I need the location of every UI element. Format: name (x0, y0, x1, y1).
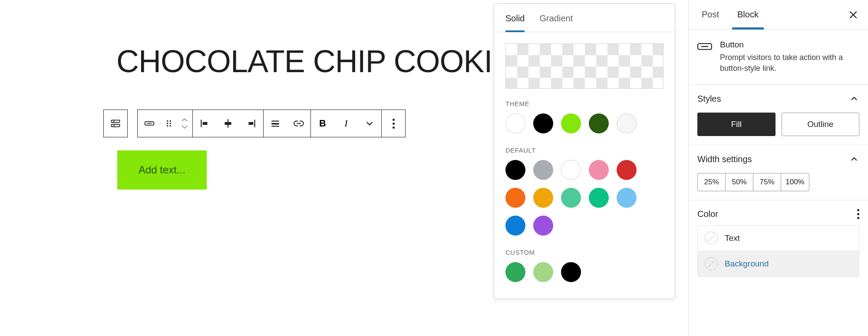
styles-title: Styles (697, 94, 721, 104)
close-sidebar-button[interactable] (846, 8, 860, 22)
background-color-swatch (705, 257, 718, 270)
link-button[interactable] (287, 110, 310, 137)
block-toolbar: B I (103, 110, 406, 137)
color-row-background[interactable]: Background (698, 251, 859, 276)
color-section-header[interactable]: Color (697, 209, 859, 219)
svg-rect-18 (271, 121, 279, 122)
align-right-button[interactable] (240, 110, 263, 137)
color-swatch-theme-4[interactable] (617, 113, 637, 133)
color-swatch-default-8[interactable] (589, 188, 609, 208)
chevron-up-icon (849, 93, 859, 104)
chevron-up-icon (849, 154, 859, 164)
color-section: Color Text Background (689, 200, 868, 286)
color-swatch-theme-1[interactable] (533, 113, 553, 133)
width-option-50[interactable]: 50% (726, 173, 753, 191)
sidebar-tabs: Post Block (689, 0, 868, 30)
svg-rect-1 (111, 124, 120, 126)
background-color-label: Background (725, 259, 769, 269)
tab-block[interactable]: Block (732, 0, 764, 30)
color-swatch-default-4[interactable] (617, 160, 637, 180)
settings-sidebar: Post Block Button Prompt visitors to tak… (688, 0, 868, 336)
color-row-text[interactable]: Text (698, 226, 859, 251)
color-swatch-default-9[interactable] (617, 188, 637, 208)
width-section: Width settings 25%50%75%100% (689, 145, 868, 200)
block-type-button[interactable] (138, 110, 161, 137)
kebab-icon[interactable] (857, 209, 859, 219)
current-color-preview[interactable] (505, 43, 663, 89)
styles-section-header[interactable]: Styles (697, 93, 859, 104)
svg-rect-19 (271, 123, 279, 125)
more-options-button[interactable] (382, 110, 405, 137)
move-up-down[interactable] (177, 110, 192, 137)
style-outline-button[interactable]: Outline (782, 113, 860, 136)
custom-palette-label: CUSTOM (505, 249, 663, 256)
color-swatch-default-10[interactable] (505, 216, 525, 236)
color-swatch-custom-1[interactable] (533, 262, 553, 282)
color-picker-popover: Solid Gradient THEME DEFAULT CUSTOM (494, 3, 675, 299)
color-swatch-default-5[interactable] (505, 188, 525, 208)
color-swatch-theme-2[interactable] (561, 113, 581, 133)
italic-button[interactable]: I (334, 110, 358, 137)
color-swatch-default-7[interactable] (561, 188, 581, 208)
text-color-label: Text (725, 233, 740, 243)
svg-point-6 (167, 120, 168, 122)
color-swatch-default-1[interactable] (533, 160, 553, 180)
chevron-down-icon (364, 118, 375, 129)
tab-solid[interactable]: Solid (505, 13, 525, 32)
color-swatch-default-0[interactable] (505, 160, 525, 180)
color-swatch-custom-2[interactable] (561, 262, 581, 282)
color-swatch-theme-3[interactable] (589, 113, 609, 133)
svg-rect-15 (224, 122, 231, 125)
text-color-swatch (705, 232, 718, 245)
button-block-placeholder: Add text... (139, 164, 185, 176)
color-swatch-default-11[interactable] (533, 216, 553, 236)
custom-palette: CUSTOM (494, 244, 675, 291)
theme-palette: THEME (494, 96, 675, 142)
chevron-down-icon (181, 124, 188, 130)
align-left-icon (199, 118, 210, 129)
color-popover-tabs: Solid Gradient (494, 4, 675, 32)
svg-rect-17 (249, 122, 254, 125)
color-swatch-default-6[interactable] (533, 188, 553, 208)
drag-icon (163, 118, 175, 129)
default-palette-label: DEFAULT (505, 146, 663, 154)
style-fill-button[interactable]: Fill (697, 113, 776, 136)
width-button-group: 25%50%75%100% (697, 173, 809, 191)
color-swatch-default-2[interactable] (561, 160, 581, 180)
color-swatch-theme-0[interactable] (505, 113, 525, 133)
block-card-description: Prompt visitors to take action with a bu… (720, 52, 859, 74)
svg-rect-0 (111, 120, 120, 122)
button-icon (144, 118, 155, 129)
more-rich-text-button[interactable] (358, 110, 381, 137)
svg-point-10 (167, 125, 168, 126)
color-swatch-default-3[interactable] (589, 160, 609, 180)
align-left-button[interactable] (193, 110, 216, 137)
svg-point-9 (170, 123, 171, 124)
color-rows: Text Background (697, 225, 859, 277)
drag-handle[interactable] (161, 110, 177, 137)
tab-gradient[interactable]: Gradient (539, 13, 573, 32)
width-option-75[interactable]: 75% (753, 173, 781, 191)
parent-block-button[interactable] (104, 110, 127, 137)
width-option-100[interactable]: 100% (781, 173, 809, 191)
post-title[interactable]: CHOCOLATE CHIP COOKIES (116, 43, 533, 80)
width-section-header[interactable]: Width settings (697, 154, 859, 164)
style-variations: Fill Outline (697, 113, 859, 136)
svg-rect-20 (271, 126, 279, 126)
bold-button[interactable]: B (311, 110, 334, 137)
svg-rect-22 (701, 46, 708, 47)
align-center-icon (222, 118, 234, 129)
text-align-button[interactable] (264, 110, 287, 137)
block-card: Button Prompt visitors to take action wi… (689, 30, 868, 85)
link-icon (293, 118, 304, 129)
svg-rect-3 (113, 125, 115, 126)
align-center-button[interactable] (216, 110, 240, 137)
block-card-title: Button (720, 40, 859, 50)
width-option-25[interactable]: 25% (698, 173, 726, 191)
tab-post[interactable]: Post (696, 0, 724, 30)
color-title: Color (697, 209, 718, 219)
button-block[interactable]: Add text... (117, 150, 207, 190)
svg-rect-2 (113, 121, 115, 122)
kebab-icon (393, 119, 395, 129)
color-swatch-custom-0[interactable] (505, 262, 525, 282)
